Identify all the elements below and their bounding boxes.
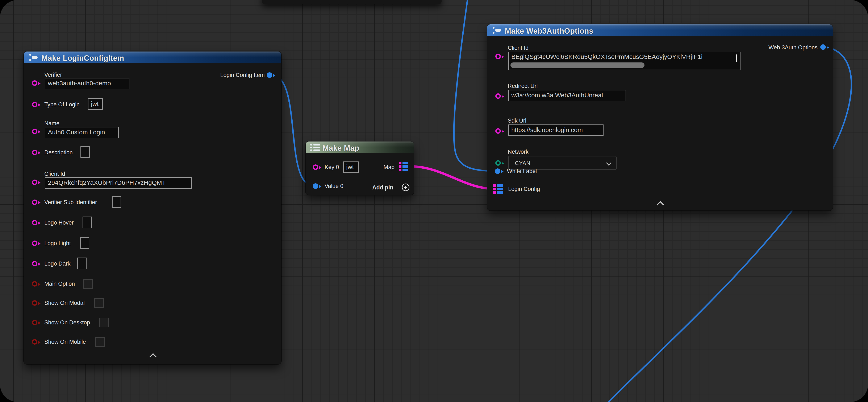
redirect-url-pin[interactable] [495, 93, 501, 99]
collapse-node-button[interactable] [657, 201, 664, 208]
chevron-down-icon [606, 160, 611, 166]
network-value: CYAN [515, 160, 530, 167]
client-id-pin[interactable] [32, 179, 37, 185]
logo-dark-pin[interactable] [32, 261, 37, 266]
description-pin[interactable] [32, 150, 37, 155]
sdk-url-label: Sdk Url [508, 117, 526, 124]
map-output-label: Map [383, 164, 395, 171]
key-0-pin[interactable] [313, 165, 318, 170]
verifier-sub-identifier-pin[interactable] [32, 200, 37, 205]
verifier-sub-identifier-input[interactable] [112, 196, 121, 208]
node-title: Make Web3AuthOptions [505, 27, 593, 35]
network-label: Network [508, 148, 529, 155]
redirect-url-label: Redirect Url [508, 83, 538, 89]
client-id-pin[interactable] [495, 54, 501, 59]
logo-light-pin[interactable] [32, 240, 37, 246]
white-label-pin[interactable] [495, 168, 500, 174]
description-label: Description [44, 149, 73, 156]
type-of-login-input[interactable]: jwt [88, 98, 103, 110]
make-struct-icon [29, 54, 38, 61]
description-input[interactable] [81, 146, 90, 158]
white-label-label: White Label [507, 168, 537, 174]
show-on-desktop-checkbox[interactable] [99, 318, 109, 327]
web3auth-options-output-pin[interactable] [820, 45, 826, 50]
login-config-label: Login Config [508, 185, 540, 192]
add-pin-label: Add pin [372, 184, 393, 191]
sdk-url-input[interactable]: https://sdk.openlogin.com [508, 124, 603, 136]
output-label: Web 3Auth Options [768, 44, 817, 51]
logo-hover-input[interactable] [83, 217, 92, 228]
redirect-url-input[interactable]: w3a://com.w3a.Web3AuthUnreal [508, 90, 626, 101]
client-id-label: Client Id [508, 45, 529, 51]
value-0-pin[interactable] [313, 183, 318, 189]
network-pin[interactable] [495, 160, 501, 166]
show-on-mobile-pin[interactable] [32, 339, 37, 345]
verifier-pin[interactable] [32, 80, 37, 86]
show-on-modal-checkbox[interactable] [94, 298, 104, 308]
login-config-pin[interactable] [493, 184, 503, 194]
show-on-modal-pin[interactable] [32, 300, 37, 306]
show-on-desktop-pin[interactable] [32, 320, 37, 325]
logo-light-label: Logo Light [44, 240, 71, 247]
add-pin-button[interactable] [402, 183, 409, 191]
show-on-desktop-label: Show On Desktop [44, 319, 90, 326]
wire-map-to-loginconfig[interactable] [410, 166, 496, 189]
client-id-input[interactable]: 294QRkchfq2YaXUbPri7D6PH7xzHgQMT [45, 177, 192, 189]
node-header[interactable]: Make Web3AuthOptions [487, 24, 833, 36]
main-option-pin[interactable] [32, 281, 37, 287]
logo-hover-label: Logo Hover [44, 219, 74, 226]
type-of-login-label: Type Of Login [44, 101, 80, 108]
node-header[interactable]: Make Map [306, 142, 414, 153]
offscreen-node[interactable] [262, 0, 441, 4]
show-on-modal-label: Show On Modal [44, 299, 85, 306]
make-map-icon [310, 144, 320, 151]
verifier-input[interactable]: web3auth-auth0-demo [45, 78, 129, 89]
sdk-url-pin[interactable] [495, 128, 501, 134]
map-output-pin[interactable] [399, 162, 408, 171]
node-title: Make Map [322, 144, 359, 153]
collapse-node-button[interactable] [149, 353, 157, 361]
horizontal-scrollbar[interactable] [510, 62, 645, 68]
client-id-text: BEglQSgt4cUWcj6SKRdu5QkOXTsePmMcusG5EAoy… [511, 53, 703, 60]
make-struct-icon [492, 27, 501, 34]
name-pin[interactable] [32, 129, 37, 134]
logo-hover-pin[interactable] [32, 220, 37, 225]
text-caret [736, 54, 737, 62]
logo-dark-label: Logo Dark [44, 260, 70, 267]
node-header[interactable]: Make LoginConfigItem [24, 52, 281, 63]
verifier-sub-identifier-label: Verifier Sub Identifier [44, 199, 97, 206]
verifier-label: Verifier [44, 71, 62, 78]
login-config-item-output-pin[interactable] [267, 72, 272, 78]
node-make-loginconfigitem[interactable]: Make LoginConfigItem Login Config Item V… [24, 52, 281, 364]
key-0-input[interactable]: jwt [343, 162, 359, 173]
graph-canvas[interactable]: Make LoginConfigItem Login Config Item V… [0, 0, 868, 402]
key-0-label: Key 0 [324, 164, 339, 171]
output-label: Login Config Item [220, 72, 265, 79]
show-on-mobile-label: Show On Mobile [44, 339, 86, 345]
main-option-checkbox[interactable] [83, 279, 93, 289]
main-option-label: Main Option [44, 281, 75, 287]
client-id-input[interactable]: BEglQSgt4cUWcj6SKRdu5QkOXTsePmMcusG5EAoy… [508, 52, 741, 70]
value-0-label: Value 0 [324, 183, 343, 190]
node-make-map[interactable]: Make Map Key 0 jwt Map Value 0 Add pin [306, 142, 414, 195]
type-of-login-pin[interactable] [32, 102, 37, 107]
client-id-label: Client Id [44, 171, 65, 177]
blueprint-editor: Make LoginConfigItem Login Config Item V… [0, 0, 868, 402]
logo-dark-input[interactable] [77, 258, 87, 269]
node-title: Make LoginConfigItem [41, 54, 124, 63]
name-label: Name [44, 120, 59, 127]
logo-light-input[interactable] [80, 237, 89, 249]
show-on-mobile-checkbox[interactable] [95, 337, 105, 347]
name-input[interactable]: Auth0 Custom Login [45, 127, 119, 138]
node-make-web3authoptions[interactable]: Make Web3AuthOptions Web 3Auth Options C… [487, 24, 833, 210]
